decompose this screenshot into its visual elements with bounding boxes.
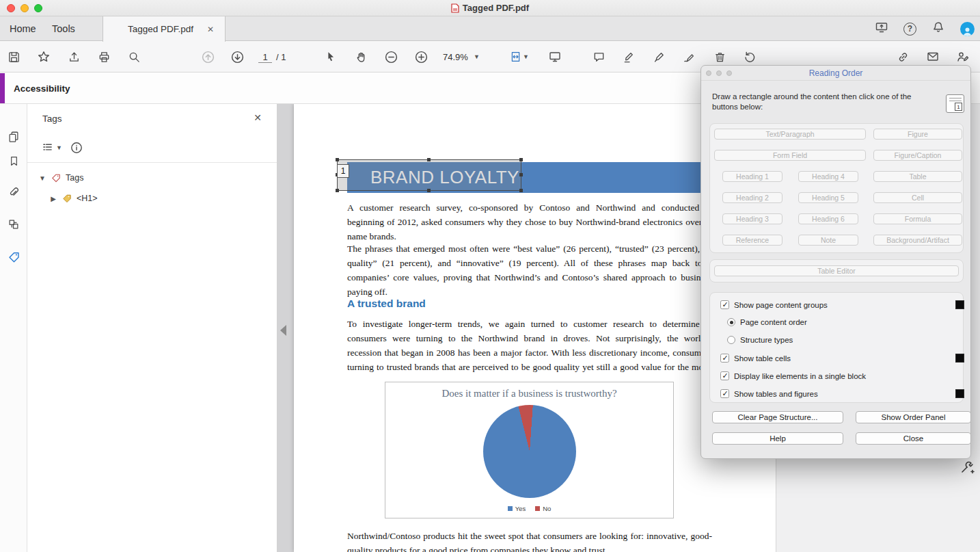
page-number-input[interactable]: 1 <box>258 51 272 63</box>
fill-sign-icon[interactable] <box>679 47 698 66</box>
tags-root-label: Tags <box>66 173 83 183</box>
tags-panel-toolbar: ▼ <box>27 137 277 163</box>
previous-page-icon[interactable] <box>198 47 217 66</box>
close-tab-icon[interactable]: ✕ <box>204 23 217 36</box>
show-order-panel-button[interactable]: Show Order Panel <box>856 411 971 423</box>
zoom-level-select[interactable]: 74.9% ▼ <box>443 47 480 66</box>
show-table-cells-option[interactable]: Show table cells <box>720 354 791 363</box>
disclosure-expanded-icon[interactable]: ▼ <box>38 174 46 182</box>
table-editor-button[interactable]: Table Editor <box>714 265 959 276</box>
note-button[interactable]: Note <box>798 235 858 246</box>
selection-handle[interactable] <box>427 189 431 192</box>
reading-mode-icon[interactable] <box>545 47 564 66</box>
checkbox-checked-icon[interactable] <box>720 389 729 398</box>
heading5-button[interactable]: Heading 5 <box>798 192 858 203</box>
structure-types-option[interactable]: Structure types <box>727 336 793 344</box>
account-avatar[interactable] <box>960 22 975 36</box>
accessibility-accent-stripe <box>0 73 5 103</box>
zoom-out-icon[interactable] <box>381 47 400 66</box>
order-panel-icon[interactable] <box>5 216 22 233</box>
dialog-titlebar[interactable]: Reading Order <box>701 66 970 81</box>
tags-panel-icon[interactable] <box>5 248 22 265</box>
help-icon[interactable]: ? <box>903 23 916 36</box>
figure-caption-button[interactable]: Figure/Caption <box>873 150 962 161</box>
print-icon[interactable] <box>94 47 113 66</box>
request-signature-icon[interactable] <box>953 47 972 66</box>
tab-home[interactable]: Home <box>0 16 46 41</box>
dialog-instruction: Draw a rectangle around the content then… <box>712 92 938 112</box>
selection-handle[interactable] <box>519 158 523 161</box>
page-display-mode-icon[interactable]: ▼ <box>510 47 529 66</box>
comment-icon[interactable] <box>589 47 608 66</box>
selection-handle[interactable] <box>336 189 339 192</box>
background-artifact-button[interactable]: Background/Artifact <box>873 235 962 246</box>
cell-button[interactable]: Cell <box>873 192 962 203</box>
help-button[interactable]: Help <box>712 432 843 445</box>
heading3-button[interactable]: Heading 3 <box>722 213 782 224</box>
delete-icon[interactable] <box>710 47 729 66</box>
disclosure-collapsed-icon[interactable]: ▶ <box>49 195 57 202</box>
notifications-bell-icon[interactable] <box>931 21 945 37</box>
zoom-in-icon[interactable] <box>411 47 431 66</box>
tab-tools[interactable]: Tools <box>42 16 85 41</box>
radio-selected-icon[interactable] <box>727 318 735 326</box>
attachments-icon[interactable] <box>5 184 22 200</box>
selection-handle[interactable] <box>519 173 523 176</box>
tag-h1-label: <H1> <box>77 194 98 203</box>
add-tools-icon[interactable] <box>959 460 975 477</box>
option-label: Show tables and figures <box>734 390 818 398</box>
show-page-content-groups-option[interactable]: Show page content groups <box>720 300 828 309</box>
display-like-elements-option[interactable]: Display like elements in a single block <box>720 371 866 380</box>
page-thumbnails-icon[interactable] <box>5 129 22 145</box>
highlight-icon[interactable] <box>619 47 638 66</box>
info-icon[interactable] <box>70 141 83 157</box>
sign-pen-icon[interactable] <box>649 47 668 66</box>
close-button[interactable]: Close <box>856 432 971 445</box>
text-paragraph-button[interactable]: Text/Paragraph <box>714 129 866 140</box>
bookmarks-icon[interactable] <box>5 153 22 169</box>
heading6-button[interactable]: Heading 6 <box>798 213 858 224</box>
close-panel-icon[interactable]: ✕ <box>254 112 262 123</box>
page-content-order-option[interactable]: Page content order <box>727 318 807 326</box>
selection-rectangle[interactable]: 1 <box>337 159 521 191</box>
checkbox-checked-icon[interactable] <box>720 371 729 380</box>
select-tool-icon[interactable] <box>321 47 340 66</box>
checkbox-checked-icon[interactable] <box>720 300 729 309</box>
hand-tool-icon[interactable] <box>351 47 370 66</box>
favorites-star-icon[interactable] <box>34 47 53 66</box>
link-icon[interactable] <box>893 47 912 66</box>
page-content-color-swatch[interactable] <box>955 300 964 309</box>
search-icon[interactable] <box>124 47 144 66</box>
form-field-button[interactable]: Form Field <box>714 150 866 161</box>
restore-icon[interactable] <box>740 47 759 66</box>
tags-tree-root[interactable]: ▼ Tags <box>38 172 83 183</box>
table-button[interactable]: Table <box>873 171 962 182</box>
selection-handle[interactable] <box>336 158 339 161</box>
save-icon[interactable] <box>4 47 23 66</box>
chevron-down-icon: ▼ <box>56 144 62 151</box>
email-icon[interactable] <box>923 47 942 66</box>
page-number-field: 1 / 1 <box>258 47 286 66</box>
document-tab[interactable]: Tagged PDF.pdf ✕ <box>103 16 226 42</box>
formula-button[interactable]: Formula <box>873 213 962 224</box>
table-cells-color-swatch[interactable] <box>955 354 964 363</box>
selection-handle[interactable] <box>427 158 431 161</box>
collapse-panel-icon[interactable] <box>280 325 286 336</box>
screen-share-icon[interactable] <box>875 21 888 37</box>
clear-page-structure-button[interactable]: Clear Page Structure... <box>712 411 843 423</box>
selection-handle[interactable] <box>519 189 523 192</box>
tables-figures-color-swatch[interactable] <box>955 389 964 398</box>
figure-button[interactable]: Figure <box>873 129 962 140</box>
heading1-button[interactable]: Heading 1 <box>722 171 782 182</box>
tags-tree-h1[interactable]: ▶ <H1> <box>49 193 98 204</box>
next-page-icon[interactable] <box>228 47 247 66</box>
share-upload-icon[interactable] <box>64 47 83 66</box>
tags-root-icon <box>51 172 62 183</box>
heading2-button[interactable]: Heading 2 <box>722 192 782 203</box>
checkbox-checked-icon[interactable] <box>720 354 729 363</box>
options-menu-icon[interactable]: ▼ <box>41 141 62 154</box>
show-tables-figures-option[interactable]: Show tables and figures <box>720 389 818 398</box>
reference-button[interactable]: Reference <box>722 235 782 246</box>
radio-unselected-icon[interactable] <box>727 336 735 344</box>
heading4-button[interactable]: Heading 4 <box>798 171 858 182</box>
